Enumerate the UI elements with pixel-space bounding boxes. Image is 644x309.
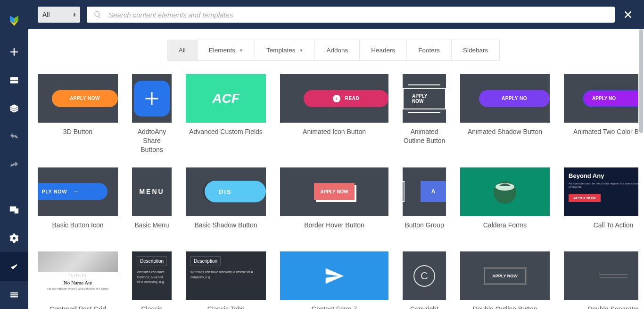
element-card[interactable]: DescriptionWebsites can have fashions; a… — [132, 251, 172, 309]
element-card[interactable]: WAButton Group — [403, 167, 446, 239]
element-label: Classic Tabs — [207, 305, 244, 309]
element-label: Basic Shadow Button — [194, 221, 257, 230]
element-card[interactable]: CCopyright — [403, 251, 446, 309]
tab-footers[interactable]: Footers — [407, 40, 452, 60]
element-card[interactable]: APPLY NOAnimated Shadow Button — [460, 74, 550, 154]
tab-headers[interactable]: Headers — [360, 40, 407, 60]
elements-grid: APPLY NOW3D ButtonAddtoAny Share Buttons… — [38, 74, 629, 309]
element-thumbnail: APPLY NOW — [403, 74, 446, 123]
element-label: Advanced Custom Fields — [189, 127, 263, 136]
element-thumbnail: APPLY NOW — [38, 74, 118, 123]
element-card[interactable]: APPLY NOW3D Button — [38, 74, 118, 154]
element-label: Basic Button Icon — [52, 221, 104, 230]
element-card[interactable]: ACFAdvanced Custom Fields — [186, 74, 266, 154]
element-card[interactable]: APPLY NOWBorder Hover Button — [280, 167, 388, 239]
element-card[interactable]: PLY NOW→Basic Button Icon — [38, 167, 118, 239]
redo-button[interactable] — [0, 151, 28, 179]
search-field[interactable] — [87, 7, 615, 23]
topbar: All ▲▼ — [28, 0, 644, 29]
element-thumbnail: APPLY NOW — [280, 167, 388, 216]
main-panel: AllElements▼Templates▼AddonsHeadersFoote… — [28, 29, 638, 309]
element-thumbnail — [132, 74, 172, 123]
element-card[interactable]: APPLY NOWAnimated Outline Button — [403, 74, 446, 154]
menu-button[interactable] — [0, 281, 28, 309]
svg-rect-6 — [15, 209, 18, 213]
element-card[interactable]: Caldera Forms — [460, 167, 550, 239]
element-label: Animated Icon Button — [303, 127, 366, 136]
element-label: Classic Accordion — [132, 305, 172, 309]
chevron-down-icon: ▼ — [239, 48, 243, 53]
element-label: Button Group — [405, 221, 444, 230]
element-label: Copyright — [410, 305, 438, 309]
element-thumbnail: APPLY NOW — [460, 251, 550, 300]
element-card[interactable]: Beyond AnyAn example could be the purcha… — [564, 167, 638, 239]
tab-elements[interactable]: Elements▼ — [198, 40, 255, 60]
tab-label: Addons — [326, 47, 348, 54]
chevron-down-icon: ▼ — [299, 48, 303, 53]
element-label: AddtoAny Share Buttons — [132, 127, 172, 154]
dropdown-value: All — [42, 11, 50, 18]
element-label: Caldera Forms — [483, 221, 527, 230]
element-label: Double Separator — [587, 305, 638, 309]
devices-button[interactable] — [0, 196, 28, 224]
element-label: Animated Two Color Button — [573, 127, 638, 136]
element-label: Animated Outline Button — [403, 127, 446, 145]
logo — [6, 12, 23, 29]
element-thumbnail: C — [403, 251, 446, 300]
element-label: Border Hover Button — [304, 221, 364, 230]
element-label: Centered Post Grid — [50, 305, 106, 309]
tab-label: Templates — [266, 47, 296, 54]
element-thumbnail: DescriptionWebsites can have fashions; a… — [132, 251, 172, 300]
undo-button[interactable] — [0, 123, 28, 151]
element-card[interactable]: TEXTILESNo Name AteOne can regard the sy… — [38, 251, 118, 309]
element-thumbnail: ›READ — [280, 74, 388, 123]
element-label: Contact Form 7 — [312, 305, 357, 309]
element-label: Call To Action — [594, 221, 634, 230]
scrollbar[interactable] — [639, 29, 643, 133]
close-icon — [623, 9, 633, 20]
publish-button[interactable] — [0, 252, 28, 281]
element-thumbnail: WA — [403, 167, 446, 216]
element-thumbnail: Beyond AnyAn example could be the purcha… — [564, 167, 638, 216]
tab-templates[interactable]: Templates▼ — [255, 40, 315, 60]
tab-all[interactable]: All — [167, 40, 198, 60]
element-thumbnail — [280, 251, 388, 300]
close-button[interactable] — [621, 8, 635, 21]
tabs: AllElements▼Templates▼AddonsHeadersFoote… — [167, 40, 500, 61]
element-thumbnail: ACF — [186, 74, 266, 123]
category-dropdown[interactable]: All ▲▼ — [38, 7, 80, 23]
tab-addons[interactable]: Addons — [315, 40, 360, 60]
settings-button[interactable] — [0, 224, 28, 252]
tab-label: All — [179, 47, 186, 54]
search-icon — [93, 10, 102, 19]
element-card[interactable]: APPLY NOWDouble Outline Button — [460, 251, 550, 309]
element-card[interactable]: MENUBasic Menu — [132, 167, 172, 239]
element-card[interactable]: Double Separator — [564, 251, 638, 309]
element-thumbnail: DIS — [186, 167, 266, 216]
element-label: 3D Button — [63, 127, 92, 136]
element-thumbnail: PLY NOW→ — [38, 167, 118, 216]
element-thumbnail: APPLY NO — [564, 74, 638, 123]
element-thumbnail: APPLY NO — [460, 74, 550, 123]
element-thumbnail — [564, 251, 638, 300]
element-thumbnail — [460, 167, 550, 216]
row-layout-button[interactable] — [0, 66, 28, 94]
chevron-updown-icon: ▲▼ — [73, 12, 76, 17]
tab-sidebars[interactable]: Sidebars — [452, 40, 499, 60]
element-card[interactable]: ›READAnimated Icon Button — [280, 74, 388, 154]
element-card[interactable]: APPLY NOAnimated Two Color Button — [564, 74, 638, 154]
search-input[interactable] — [108, 11, 608, 19]
element-card[interactable]: DescriptionWebsites can have fashions; a… — [186, 251, 266, 309]
element-thumbnail: MENU — [132, 167, 172, 216]
element-label: Animated Shadow Button — [468, 127, 542, 136]
element-thumbnail: TEXTILESNo Name AteOne can regard the sy… — [38, 251, 118, 300]
drag-handle[interactable]: ⋯ — [11, 0, 17, 6]
svg-rect-3 — [11, 77, 18, 79]
element-card[interactable]: AddtoAny Share Buttons — [132, 74, 172, 154]
element-card[interactable]: Contact Form 7 — [280, 251, 388, 309]
sidebar: ⋯ — [0, 0, 28, 309]
element-label: Double Outline Button — [473, 305, 537, 309]
element-card[interactable]: DISBasic Shadow Button — [186, 167, 266, 239]
add-element-button[interactable] — [0, 38, 28, 66]
layers-button[interactable] — [0, 94, 28, 123]
